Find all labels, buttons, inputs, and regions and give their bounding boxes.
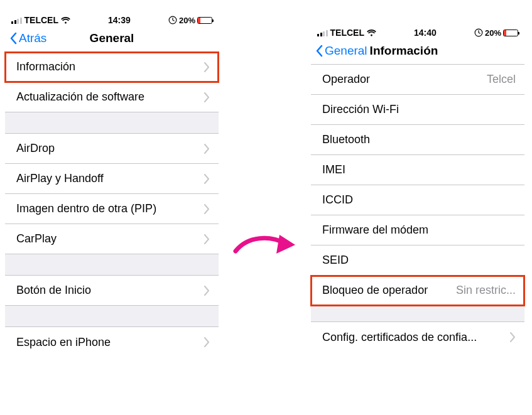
row-label: ICCID <box>322 193 353 207</box>
status-time: 14:39 <box>108 15 131 25</box>
clock-icon <box>168 16 177 24</box>
status-left: TELCEL <box>317 28 376 38</box>
page-title: Información <box>370 44 438 58</box>
nav-bar: General Información <box>311 39 524 65</box>
battery-icon <box>503 30 518 36</box>
row-value: Sin restric... <box>456 284 516 297</box>
row-label: Bluetooth <box>322 133 370 146</box>
row-operator[interactable]: Operador Telcel <box>311 65 524 95</box>
row-label: Config. certificados de confia... <box>322 331 477 344</box>
info-list: Operador Telcel Dirección Wi-Fi Bluetoot… <box>311 65 524 352</box>
row-label: Firmware del módem <box>322 224 428 237</box>
row-bluetooth[interactable]: Bluetooth <box>311 125 524 155</box>
row-label: Actualización de software <box>16 90 144 104</box>
wifi-icon <box>367 30 376 36</box>
row-label: Dirección Wi-Fi <box>322 103 399 116</box>
status-time: 14:40 <box>414 28 437 38</box>
status-right: 20% <box>168 16 212 25</box>
row-label: Bloqueo de operador <box>322 284 428 297</box>
chevron-right-icon <box>204 62 210 72</box>
row-software-update[interactable]: Actualización de software <box>5 82 219 112</box>
group-separator <box>5 112 219 134</box>
status-bar: TELCEL 14:39 20% <box>5 13 219 26</box>
back-button[interactable]: General <box>315 44 367 58</box>
row-label: Imagen dentro de otra (PIP) <box>16 202 156 215</box>
row-label: Espacio en iPhone <box>16 336 111 349</box>
chevron-right-icon <box>204 234 210 244</box>
battery-pct: 20% <box>485 28 501 38</box>
row-label: Información <box>16 60 75 73</box>
row-cert-trust[interactable]: Config. certificados de confia... <box>311 322 524 352</box>
chevron-right-icon <box>204 337 210 347</box>
chevron-left-icon <box>315 45 323 57</box>
group-separator <box>5 306 219 327</box>
chevron-right-icon <box>204 92 210 102</box>
battery-icon <box>197 17 212 24</box>
arrow-icon <box>232 226 301 264</box>
chevron-right-icon <box>509 332 516 342</box>
row-iccid[interactable]: ICCID <box>311 185 524 215</box>
row-label: AirPlay y Handoff <box>16 172 104 185</box>
row-modem-firmware[interactable]: Firmware del módem <box>311 215 524 245</box>
group-separator <box>311 306 524 322</box>
row-label: SEID <box>322 254 349 267</box>
group-separator <box>5 254 219 276</box>
row-carrier-lock[interactable]: Bloqueo de operador Sin restric... <box>311 276 524 306</box>
row-value: Telcel <box>487 73 516 86</box>
row-iphone-storage[interactable]: Espacio en iPhone <box>5 327 219 357</box>
row-label: AirDrop <box>16 142 55 155</box>
status-left: TELCEL <box>11 15 70 25</box>
row-information[interactable]: Información <box>5 52 219 82</box>
page-title: General <box>90 31 134 45</box>
row-label: CarPlay <box>16 232 57 245</box>
row-wifi-address[interactable]: Dirección Wi-Fi <box>311 95 524 125</box>
settings-list: Información Actualización de software Ai… <box>5 52 219 357</box>
row-label: IMEI <box>322 163 345 176</box>
phone-information: TELCEL 14:40 20% General Información Ope… <box>311 25 524 352</box>
row-pip[interactable]: Imagen dentro de otra (PIP) <box>5 194 219 224</box>
chevron-right-icon <box>204 174 210 184</box>
row-imei[interactable]: IMEI <box>311 155 524 185</box>
chevron-right-icon <box>204 144 210 154</box>
chevron-right-icon <box>204 204 210 214</box>
back-button[interactable]: Atrás <box>9 31 46 45</box>
nav-bar: Atrás General <box>5 26 219 52</box>
chevron-left-icon <box>9 32 18 45</box>
carrier-label: TELCEL <box>24 15 58 25</box>
battery-pct: 20% <box>179 16 195 25</box>
back-label: General <box>325 44 367 58</box>
row-carplay[interactable]: CarPlay <box>5 224 219 254</box>
phone-general: TELCEL 14:39 20% Atrás General Informaci… <box>5 13 219 357</box>
status-right: 20% <box>474 28 518 38</box>
back-label: Atrás <box>19 31 46 45</box>
row-seid[interactable]: SEID <box>311 245 524 276</box>
clock-icon <box>474 28 483 37</box>
status-bar: TELCEL 14:40 20% <box>311 25 524 39</box>
row-label: Botón de Inicio <box>16 284 91 297</box>
signal-icon <box>317 30 328 36</box>
wifi-icon <box>61 17 70 24</box>
row-home-button[interactable]: Botón de Inicio <box>5 276 219 306</box>
signal-icon <box>11 17 22 24</box>
row-label: Operador <box>322 73 370 86</box>
row-airplay[interactable]: AirPlay y Handoff <box>5 164 219 194</box>
row-airdrop[interactable]: AirDrop <box>5 134 219 164</box>
carrier-label: TELCEL <box>330 28 364 38</box>
chevron-right-icon <box>204 286 210 296</box>
